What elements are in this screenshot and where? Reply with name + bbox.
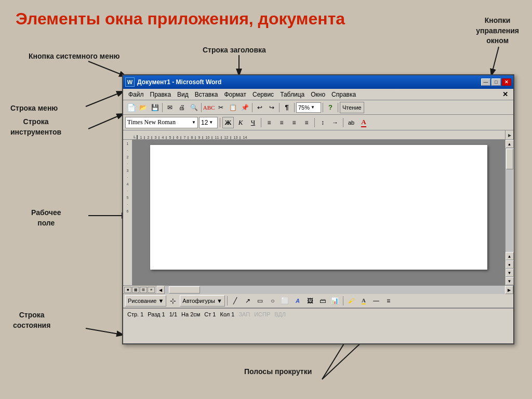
bold-button[interactable]: Ж bbox=[222, 117, 234, 128]
draw-menu-button[interactable]: Рисование ▼ bbox=[125, 295, 166, 307]
ruler-right-scroll[interactable]: ▶ bbox=[505, 130, 513, 140]
scrollbars-annotation: Полосы прокрутки bbox=[244, 367, 312, 377]
menu-item-tools[interactable]: Сервис bbox=[249, 90, 277, 99]
close-button[interactable]: ✕ bbox=[502, 78, 511, 86]
font-color-icon: A bbox=[361, 118, 366, 127]
document-scroll-area[interactable] bbox=[132, 140, 505, 285]
scroll-thumb-h[interactable] bbox=[169, 286, 200, 294]
draw-diagram[interactable]: 📊 bbox=[329, 295, 341, 307]
menu-item-help[interactable]: Справка bbox=[328, 90, 359, 99]
draw-line-style[interactable]: ≡ bbox=[383, 295, 394, 307]
font-color-button[interactable]: A bbox=[358, 117, 369, 128]
statusbar-annotation: Строкасостояния bbox=[13, 310, 50, 330]
italic-button[interactable]: К bbox=[235, 117, 246, 128]
tb-preview[interactable]: 🔍 bbox=[188, 102, 200, 113]
tb-paste[interactable]: 📌 bbox=[239, 102, 250, 113]
font-name-dropdown[interactable]: Times New Roman ▼ bbox=[125, 117, 198, 128]
draw-textbox[interactable]: ⬜ bbox=[280, 295, 291, 307]
tb-cut[interactable]: ✂ bbox=[215, 102, 227, 113]
scroll-track-v bbox=[506, 148, 514, 252]
menu-item-edit[interactable]: Правка bbox=[147, 90, 175, 99]
view-web-button[interactable]: ⊞ bbox=[140, 287, 147, 293]
scroll-thumb-v[interactable] bbox=[506, 149, 513, 169]
svg-line-5 bbox=[86, 91, 125, 107]
tb-print[interactable]: 🖨 bbox=[176, 102, 188, 113]
draw-wordart[interactable]: A bbox=[292, 295, 303, 307]
tb-redo[interactable]: ↪ bbox=[266, 102, 277, 113]
reading-button[interactable]: Чтение bbox=[340, 102, 364, 113]
font-dropdown-arrow: ▼ bbox=[192, 120, 196, 125]
tb-undo[interactable]: ↩ bbox=[254, 102, 265, 113]
tb-email[interactable]: ✉ bbox=[164, 102, 176, 113]
vertical-scrollbar[interactable]: ▲ ▲ ● ▼ ▼ bbox=[505, 140, 513, 285]
font-size-dropdown[interactable]: 12 ▼ bbox=[199, 117, 218, 128]
scroll-up-button[interactable]: ▲ bbox=[506, 140, 514, 148]
scroll-select-object[interactable]: ● bbox=[506, 260, 514, 269]
tb-pilcrow[interactable]: ¶ bbox=[281, 102, 292, 113]
tb-separator-3 bbox=[252, 103, 252, 112]
scroll-browse-up[interactable]: ▲ bbox=[506, 252, 514, 260]
standard-toolbar: 📄 📂 💾 ✉ 🖨 🔍 ABC ✂ 📋 📌 ↩ ↪ ¶ 75% ▼ ? bbox=[123, 100, 513, 115]
svg-line-6 bbox=[88, 113, 125, 129]
draw-fill-color[interactable]: A bbox=[358, 295, 369, 307]
menu-item-view[interactable]: Вид bbox=[174, 90, 192, 99]
window-title: Документ1 - Microsoft Word bbox=[137, 78, 221, 86]
line-spacing-button[interactable]: ↕ bbox=[317, 117, 328, 128]
draw-cursor-button[interactable]: ⊹ bbox=[167, 295, 179, 307]
draw-arrow[interactable]: ↗ bbox=[242, 295, 254, 307]
draw-clipart[interactable]: 🖼 bbox=[304, 295, 316, 307]
tb-spell[interactable]: ABC bbox=[203, 102, 215, 113]
zoom-value: 75% bbox=[298, 104, 310, 111]
menu-item-file[interactable]: Файл bbox=[125, 90, 147, 99]
indent-more[interactable]: → bbox=[329, 117, 341, 128]
scroll-right-button[interactable]: ▶ bbox=[505, 286, 513, 294]
minimize-button[interactable]: — bbox=[481, 78, 490, 86]
view-layout-button[interactable]: ▦ bbox=[132, 287, 139, 293]
align-center-button[interactable]: ≡ bbox=[276, 117, 287, 128]
tb-save[interactable]: 💾 bbox=[149, 102, 161, 113]
font-name-value: Times New Roman bbox=[127, 118, 192, 126]
zoom-dropdown[interactable]: 75% ▼ bbox=[296, 102, 321, 113]
tb-separator-1 bbox=[162, 103, 163, 112]
underline-button[interactable]: Ч bbox=[247, 117, 259, 128]
system-menu-button[interactable]: W bbox=[125, 77, 135, 87]
align-right-button[interactable]: ≡ bbox=[288, 117, 300, 128]
draw-rect[interactable]: ▭ bbox=[255, 295, 266, 307]
draw-line-color[interactable]: — bbox=[370, 295, 382, 307]
menu-item-table[interactable]: Таблица bbox=[277, 90, 308, 99]
horizontal-scroll-track[interactable] bbox=[165, 286, 505, 294]
maximize-button[interactable]: □ bbox=[491, 78, 501, 86]
draw-image[interactable]: 🗃 bbox=[317, 295, 328, 307]
view-outline-button[interactable]: ≡ bbox=[148, 287, 155, 293]
tb-separator-fmt3 bbox=[314, 118, 315, 127]
draw-ellipse[interactable]: ○ bbox=[267, 295, 278, 307]
tb-copy[interactable]: 📋 bbox=[227, 102, 238, 113]
menu-item-format[interactable]: Формат bbox=[221, 90, 249, 99]
document-page bbox=[150, 145, 487, 270]
draw-paint[interactable]: 🖌 bbox=[345, 295, 357, 307]
justify-button[interactable]: ≡ bbox=[301, 117, 312, 128]
zoom-dropdown-arrow: ▼ bbox=[311, 105, 315, 110]
scroll-down-button[interactable]: ▼ bbox=[506, 277, 514, 285]
svg-line-8 bbox=[86, 328, 125, 335]
tb-separator-fmt1 bbox=[220, 118, 220, 127]
view-normal-button[interactable]: ■ bbox=[124, 287, 131, 293]
scroll-left-button[interactable]: ◀ bbox=[156, 286, 165, 294]
workfield-annotation: Рабочееполе bbox=[31, 208, 61, 228]
tb-help[interactable]: ? bbox=[325, 102, 336, 113]
menu-item-window[interactable]: Окно bbox=[308, 90, 328, 99]
draw-line[interactable]: ╱ bbox=[230, 295, 241, 307]
page-background: Элементы окна приложения, документа Кноп… bbox=[0, 0, 532, 399]
menu-item-insert[interactable]: Вставка bbox=[192, 90, 221, 99]
tb-new[interactable]: 📄 bbox=[125, 102, 137, 113]
autoshapes-button[interactable]: Автофигуры ▼ bbox=[180, 295, 225, 307]
tb-open[interactable]: 📂 bbox=[137, 102, 149, 113]
font-size-value: 12 bbox=[201, 119, 208, 126]
status-vdl: ВДЛ bbox=[274, 311, 286, 317]
menu-close-x[interactable]: ✕ bbox=[499, 90, 511, 98]
status-zap: ЗАП bbox=[238, 311, 250, 317]
highlight-button[interactable]: ab bbox=[345, 117, 357, 128]
title-bar-buttons: — □ ✕ bbox=[481, 78, 511, 86]
align-left-button[interactable]: ≡ bbox=[263, 117, 275, 128]
scroll-browse-down[interactable]: ▼ bbox=[506, 269, 514, 277]
